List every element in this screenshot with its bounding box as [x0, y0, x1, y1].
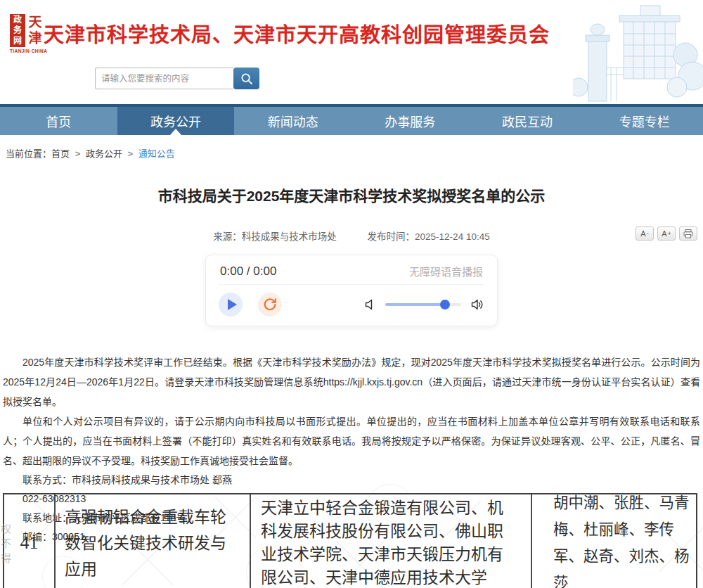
print-button[interactable]: [679, 226, 697, 241]
award-people: 胡中潮、张胜、马青梅、杜丽峰、李传军、赵奇、刘杰、杨莎: [532, 494, 696, 588]
breadcrumb-separator: >: [75, 148, 81, 159]
nav-item-home[interactable]: 首页: [0, 107, 117, 135]
font-decrease-button[interactable]: A-: [636, 226, 654, 241]
volume-fill: [385, 303, 445, 306]
site-title: 天津市科学技术局、天津市天开高教科创园管理委员会: [44, 18, 550, 48]
search-input[interactable]: [95, 68, 233, 89]
nav-item-interaction[interactable]: 政民互动: [469, 107, 586, 135]
paragraph: 2025年度天津市科学技术奖评审工作已经结束。根据《天津市科学技术奖励办法》规定…: [3, 352, 700, 411]
paragraph: 单位和个人对公示项目有异议的，请于公示期内向市科技局以书面形式提出。单位提出的，…: [3, 411, 700, 471]
breadcrumb-label: 当前位置：: [6, 148, 51, 159]
font-tools: A- A+: [636, 226, 697, 241]
breadcrumb-section[interactable]: 政务公开: [86, 148, 122, 159]
breadcrumb-current[interactable]: 通知公告: [138, 148, 175, 159]
logo-caption: TIANJIN·CHINA: [10, 49, 45, 53]
volume-controls: [363, 298, 484, 311]
nav-item-gov-disclosure[interactable]: 政务公开: [117, 107, 235, 135]
search-icon: [240, 72, 254, 86]
font-increase-button[interactable]: A+: [657, 226, 676, 241]
logo-seal-right: 天津: [27, 14, 44, 47]
site-logo[interactable]: 政务网 天津 TIANJIN·CHINA: [10, 14, 45, 53]
building-sketch-illustration: [573, 0, 703, 103]
article-source: 来源：科技成果与技术市场处: [213, 231, 337, 242]
article-title: 市科技局关于2025年度天津市科学技术奖拟授奖名单的公示: [0, 184, 703, 205]
nav-item-special-topics[interactable]: 专题专栏: [586, 107, 703, 135]
volume-high-icon[interactable]: [470, 298, 484, 311]
breadcrumb: 当前位置：首页 > 政务公开 > 通知公告: [0, 135, 703, 160]
article-body: 2025年度天津市科学技术奖评审工作已经结束。根据《天津市科学技术奖励办法》规定…: [3, 352, 700, 471]
page: 政务网 天津 TIANJIN·CHINA 天津市科学技术局、天津市天开高教科创园…: [0, 0, 703, 588]
article-meta: 来源：科技成果与技术市场处 发布时间：2025-12-24 10:45 A- A…: [0, 229, 703, 244]
breadcrumb-separator: >: [128, 148, 134, 159]
volume-knob[interactable]: [440, 300, 450, 309]
replay-icon: [262, 297, 278, 312]
award-organizations: 天津立中轻合金锻造有限公司、机科发展科技股份有限公司、佛山职业技术学院、天津市天…: [251, 494, 532, 588]
accessibility-audio-player: 0:00 / 0:00 无障碍语音播报: [205, 255, 498, 326]
award-project-name: 高强韧铝合金重载车轮数智化关键技术研发与应用: [56, 494, 251, 588]
award-row-number: 41: [4, 494, 56, 588]
article-publish-time: 发布时间：2025-12-24 10:45: [368, 231, 490, 242]
replay-button[interactable]: [258, 293, 282, 317]
play-icon: [228, 299, 237, 310]
contact-line: 联系方式：市科技局科技成果与技术市场处 郄燕: [3, 471, 700, 490]
printer-icon: [683, 229, 693, 238]
nav-item-services[interactable]: 办事服务: [352, 107, 469, 135]
site-header: 政务网 天津 TIANJIN·CHINA 天津市科学技术局、天津市天开高教科创园…: [0, 0, 703, 104]
search-bar: [95, 68, 259, 89]
volume-low-icon[interactable]: [363, 298, 376, 311]
nav-item-news[interactable]: 新闻动态: [234, 107, 352, 135]
play-button[interactable]: [219, 293, 243, 317]
award-table: 41 高强韧铝合金重载车轮数智化关键技术研发与应用 天津立中轻合金锻造有限公司、…: [3, 493, 697, 588]
logo-seal-left: 政务网: [10, 14, 25, 47]
breadcrumb-home[interactable]: 首页: [51, 148, 70, 159]
main-navigation: 首页 政务公开 新闻动态 办事服务 政民互动 专题专栏: [0, 107, 703, 135]
player-caption: 无障碍语音播报: [409, 264, 483, 279]
player-time: 0:00 / 0:00: [220, 264, 276, 279]
volume-slider[interactable]: [385, 303, 461, 306]
search-button[interactable]: [233, 68, 259, 89]
